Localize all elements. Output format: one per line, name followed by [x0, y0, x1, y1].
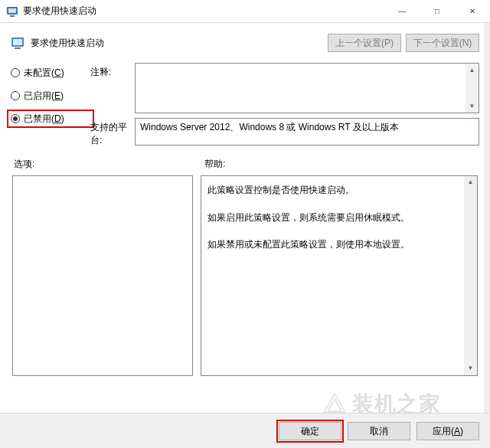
svg-rect-5 [15, 47, 21, 49]
minimize-button[interactable]: — [384, 0, 420, 22]
help-label: 帮助: [204, 158, 225, 171]
scroll-track[interactable] [466, 77, 479, 100]
ok-button[interactable]: 确定 [279, 422, 341, 440]
comment-label: 注释: [90, 63, 135, 79]
window-controls: — □ ✕ [384, 0, 490, 22]
scrollbar[interactable]: ▲ ▼ [464, 176, 477, 375]
options-pane [12, 175, 193, 376]
svg-marker-6 [324, 394, 345, 413]
disabled-highlight: 已禁用(D) [7, 110, 94, 128]
titlebar: 要求使用快速启动 — □ ✕ [0, 0, 490, 23]
app-icon [6, 5, 18, 18]
radio-disabled-label: 已禁用(D) [24, 113, 64, 126]
cancel-label: 取消 [370, 426, 388, 437]
help-line: 如果禁用或未配置此策略设置，则使用本地设置。 [207, 237, 460, 253]
maximize-button[interactable]: □ [420, 0, 455, 22]
panes-row: 此策略设置控制是否使用快速启动。 如果启用此策略设置，则系统需要启用休眠模式。 … [11, 175, 479, 376]
comment-input[interactable]: ▲ ▼ [135, 63, 479, 113]
radio-enabled-label: 已启用(E) [24, 90, 64, 103]
apply-label: 应用(A) [433, 426, 463, 437]
scroll-down-icon[interactable]: ▼ [464, 362, 477, 375]
radio-not-configured[interactable]: 未配置(C) [11, 66, 90, 80]
pane-labels: 选项: 帮助: [11, 158, 479, 171]
platform-label: 支持的平台: [90, 118, 135, 147]
platform-box: Windows Server 2012、Windows 8 或 Windows … [135, 118, 479, 146]
comment-row: 注释: ▲ ▼ [90, 63, 479, 113]
apply-button[interactable]: 应用(A) [416, 422, 479, 440]
svg-rect-2 [10, 15, 15, 17]
radio-group: 未配置(C) 已启用(E) 已禁用(D) [11, 63, 90, 147]
help-line: 此策略设置控制是否使用快速启动。 [207, 182, 460, 199]
scroll-up-icon[interactable]: ▲ [464, 176, 477, 189]
right-edge-strip [484, 23, 490, 413]
help-line: 如果启用此策略设置，则系统需要启用休眠模式。 [207, 210, 460, 227]
options-label: 选项: [14, 158, 34, 171]
scroll-up-icon[interactable]: ▲ [466, 64, 479, 77]
radio-icon [11, 68, 20, 77]
close-button[interactable]: ✕ [455, 0, 490, 22]
scroll-down-icon[interactable]: ▼ [466, 100, 479, 113]
next-setting-label: 下一个设置(N) [413, 38, 472, 48]
footer: 确定 取消 应用(A) [0, 413, 490, 448]
content-area: 要求使用快速启动 上一个设置(P) 下一个设置(N) 未配置(C) 已启用(E)… [0, 23, 490, 376]
cancel-button[interactable]: 取消 [348, 422, 410, 440]
fields-column: 注释: ▲ ▼ 支持的平台: Windows Server 2012、Windo… [90, 63, 479, 147]
radio-enabled[interactable]: 已启用(E) [11, 89, 90, 103]
radio-icon [11, 114, 20, 123]
policy-title: 要求使用快速启动 [31, 37, 323, 50]
prev-setting-label: 上一个设置(P) [335, 38, 394, 48]
window-title: 要求使用快速启动 [23, 5, 384, 18]
svg-marker-7 [328, 399, 341, 411]
ok-label: 确定 [301, 426, 319, 437]
help-pane: 此策略设置控制是否使用快速启动。 如果启用此策略设置，则系统需要启用休眠模式。 … [201, 175, 478, 376]
platform-row: 支持的平台: Windows Server 2012、Windows 8 或 W… [90, 118, 479, 147]
radio-disabled[interactable]: 已禁用(D) [11, 112, 90, 126]
radio-not-configured-label: 未配置(C) [24, 67, 64, 80]
svg-rect-4 [13, 39, 22, 45]
platform-value: Windows Server 2012、Windows 8 或 Windows … [140, 122, 399, 132]
svg-rect-1 [8, 8, 16, 13]
next-setting-button[interactable]: 下一个设置(N) [406, 34, 479, 52]
scrollbar[interactable]: ▲ ▼ [466, 64, 479, 113]
scroll-track[interactable] [464, 189, 477, 362]
prev-setting-button[interactable]: 上一个设置(P) [328, 34, 401, 52]
radio-icon [11, 91, 20, 100]
header-row: 要求使用快速启动 上一个设置(P) 下一个设置(N) [11, 31, 479, 55]
policy-icon [11, 36, 24, 50]
config-area: 未配置(C) 已启用(E) 已禁用(D) 注释: ▲ [11, 63, 479, 147]
